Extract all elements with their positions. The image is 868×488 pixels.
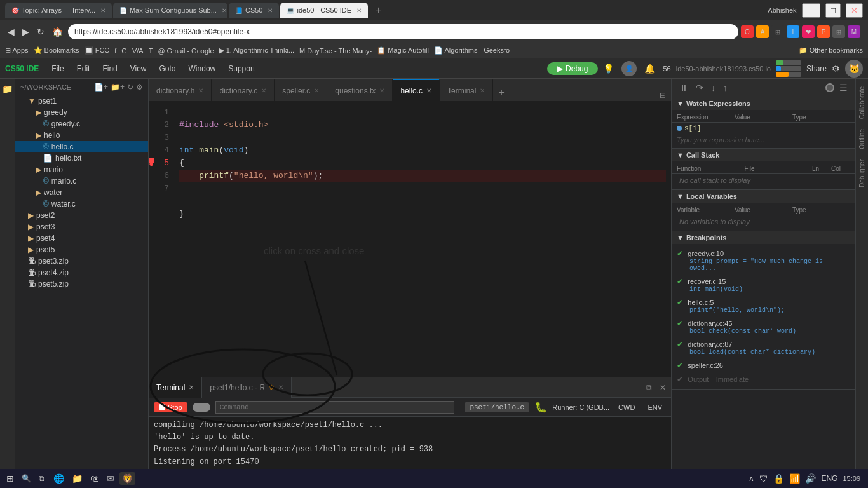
menu-file[interactable]: File (46, 62, 69, 76)
tree-item-mario-c[interactable]: © mario.c (15, 175, 148, 187)
editor-split-button[interactable]: ⊟ (657, 90, 668, 101)
editor-tab-close[interactable]: ✕ (198, 87, 203, 94)
editor-tab-dictionary-c[interactable]: dictionary.c ✕ (212, 79, 275, 101)
bookmark-t[interactable]: T (149, 47, 153, 55)
ext-5[interactable]: ❤ (802, 25, 815, 38)
home-button[interactable]: 🏠 (50, 25, 65, 38)
user-avatar[interactable]: 👤 (621, 61, 637, 76)
browser-tab-2[interactable]: 📄 Max Sum Contiguous Sub... ✕ (113, 3, 227, 18)
taskbar-security-icon[interactable]: 🔒 (773, 473, 784, 484)
taskbar-store-icon[interactable]: 🛍 (88, 472, 102, 485)
debug-button[interactable]: ▶ Debug (547, 62, 598, 75)
env-button[interactable]: ENV (644, 402, 666, 412)
menu-view[interactable]: View (125, 62, 152, 76)
pause-button[interactable]: ⏸ (677, 81, 691, 94)
toggle-switch[interactable] (193, 403, 210, 412)
refresh-button[interactable]: ↻ (34, 25, 47, 38)
taskbar-browser-icon[interactable]: 🦁 (119, 472, 135, 485)
bookmark-magic[interactable]: 📋 Magic Autofill (377, 46, 429, 55)
ext-3[interactable]: ⊞ (771, 25, 784, 38)
browser-tab-1[interactable]: 🎯 Topic: Arrays — Interv... ✕ (5, 3, 112, 18)
command-input[interactable] (215, 401, 455, 414)
taskbar-edge-icon[interactable]: 🌐 (51, 472, 67, 485)
step-over-button[interactable]: ↷ (693, 81, 706, 94)
step-into-button[interactable]: ↓ (709, 81, 718, 94)
bookmark-other[interactable]: 📁 Other bookmarks (799, 46, 863, 55)
bookmark-g[interactable]: G (121, 47, 127, 55)
taskbar-volume-icon[interactable]: 🔊 (805, 473, 816, 484)
editor-tab-questions[interactable]: questions.tx ✕ (327, 79, 393, 101)
local-variables-header[interactable]: ▼ Local Variables (672, 190, 855, 203)
collaborate-tab[interactable]: Collaborate (857, 81, 867, 124)
stop-button[interactable]: Stop (154, 402, 187, 412)
breakpoints-header[interactable]: ▼ Breakpoints (672, 231, 855, 244)
bookmark-dayt[interactable]: M DayT.se - The Many- (299, 47, 372, 55)
browser-tab-2-close[interactable]: ✕ (222, 7, 227, 14)
taskbar-antivirus-icon[interactable]: 🛡 (759, 473, 768, 484)
browser-tab-3-close[interactable]: ✕ (268, 7, 273, 14)
debug-panel-menu-button[interactable]: ☰ (837, 81, 850, 94)
editor-tab-speller[interactable]: speller.c ✕ (275, 79, 327, 101)
tree-item-greedy-c[interactable]: © greedy.c (15, 118, 148, 130)
menu-edit[interactable]: Edit (72, 62, 95, 76)
close-button[interactable]: ✕ (846, 3, 863, 18)
terminal-tab-close[interactable]: ✕ (189, 384, 194, 391)
tree-item-pset1[interactable]: ▼ pset1 (15, 95, 148, 107)
menu-goto[interactable]: Goto (154, 62, 181, 76)
browser-tab-4-close[interactable]: ✕ (356, 7, 362, 14)
watch-expressions-header[interactable]: ▼ Watch Expressions (672, 97, 855, 110)
settings-button[interactable]: ⚙ (832, 64, 840, 74)
profile-avatar[interactable]: 🐱 (845, 60, 863, 78)
tree-item-hello-c[interactable]: © hello.c (15, 141, 148, 152)
terminal-tab-hello-c[interactable]: pset1/hello.c - R ⚙ ✕ (202, 377, 292, 398)
explorer-settings-button[interactable]: ⚙ (136, 83, 143, 92)
bookmark-apps[interactable]: ⊞ Apps (5, 46, 29, 55)
bookmark-gmail[interactable]: @ Gmail - Google (158, 47, 214, 55)
add-editor-tab-button[interactable]: + (493, 85, 509, 101)
bp-item-dict-45[interactable]: ✔ dictionary.c:45 bool check(const char*… (672, 316, 855, 337)
editor-tab-close[interactable]: ✕ (426, 87, 431, 94)
bookmark-fcc[interactable]: 🔲 FCC (85, 46, 110, 55)
forward-button[interactable]: ▶ (20, 25, 32, 38)
bp-item-recover[interactable]: ✔ recover.c:15 int main(void) (672, 274, 855, 295)
menu-find[interactable]: Find (97, 62, 122, 76)
editor-tab-close[interactable]: ✕ (480, 87, 485, 94)
watch-add-input[interactable]: Type your expression here... (672, 134, 855, 146)
tree-item-pset5[interactable]: ▶ pset5 (15, 244, 148, 255)
editor-tab-close[interactable]: ✕ (379, 87, 384, 94)
files-icon[interactable]: 📁 (2, 84, 13, 94)
tree-item-pset4[interactable]: ▶ pset4 (15, 233, 148, 244)
ext-7[interactable]: ⊞ (832, 25, 845, 38)
debug-icon[interactable]: 🐛 (534, 401, 547, 413)
tree-item-greedy[interactable]: ▶ greedy (15, 107, 148, 118)
taskbar-mail-icon[interactable]: ✉ (104, 472, 117, 485)
tree-item-pset3-zip[interactable]: 🗜 pset3.zip (15, 255, 148, 267)
bookmark-bookmarks[interactable]: ⭐ Bookmarks (34, 46, 79, 55)
editor-tab-close[interactable]: ✕ (261, 87, 266, 94)
opera-ext[interactable]: O (741, 25, 754, 38)
maximize-button[interactable]: □ (825, 3, 841, 18)
taskbar-network-icon[interactable]: 📶 (789, 473, 800, 484)
tree-item-pset5-zip[interactable]: 🗜 pset5.zip (15, 278, 148, 290)
code-editor[interactable]: 1 2 3 4 ●5 6 7 #include <stdio.h> int ma… (149, 101, 671, 377)
breakpoint-line-5[interactable]: ● (149, 158, 154, 163)
tree-item-pset2[interactable]: ▶ pset2 (15, 210, 148, 221)
share-button[interactable]: Share (806, 64, 827, 73)
tree-item-pset4-zip[interactable]: 🗜 pset4.zip (15, 267, 148, 278)
bookmark-v[interactable]: V/A (132, 47, 144, 55)
bp-item-dict-87[interactable]: ✔ dictionary.c:87 bool load(const char* … (672, 337, 855, 358)
ext-4[interactable]: I (787, 25, 799, 38)
bp-item-speller[interactable]: ✔ speller.c:26 (672, 358, 855, 372)
editor-tab-terminal[interactable]: Terminal ✕ (440, 79, 493, 101)
refresh-explorer-button[interactable]: ↻ (127, 83, 133, 92)
browser-tab-4[interactable]: 💻 ide50 - CS50 IDE ✕ (280, 3, 368, 18)
new-folder-button[interactable]: 📁+ (111, 83, 125, 92)
ext-6[interactable]: P (817, 25, 830, 38)
minimize-button[interactable]: — (802, 3, 820, 18)
terminal-external-icon[interactable]: ⧉ (644, 382, 654, 393)
editor-tab-dictionary-h[interactable]: dictionary.h ✕ (149, 79, 212, 101)
step-out-button[interactable]: ↑ (721, 81, 730, 94)
bookmark-algo[interactable]: ▶ 1. Algorithmic Thinki... (219, 46, 294, 55)
debugger-tab[interactable]: Debugger (857, 154, 867, 193)
start-button[interactable]: ⊞ (3, 472, 18, 485)
